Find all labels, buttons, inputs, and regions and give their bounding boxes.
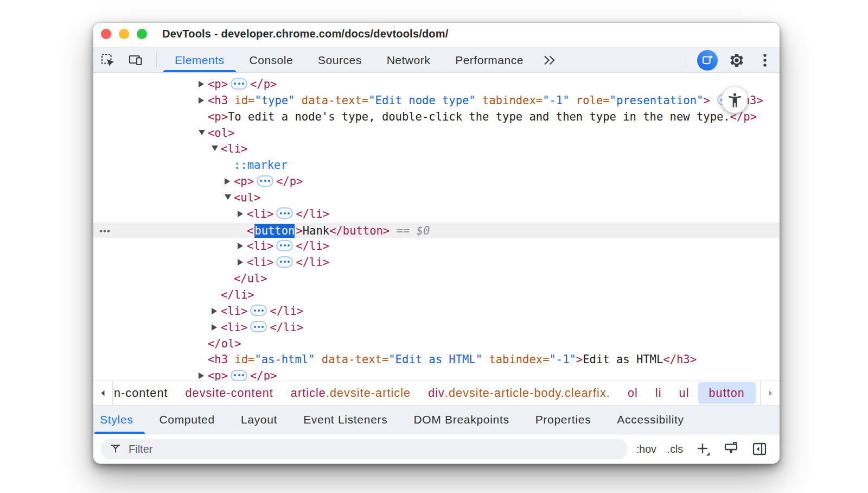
collapsed-arrow-icon[interactable] (199, 77, 208, 93)
tab-performance[interactable]: Performance (443, 48, 536, 72)
collapsed-arrow-icon[interactable] (238, 206, 247, 223)
inline-expand-ellipsis-icon[interactable] (257, 175, 273, 187)
collapsed-arrow-icon[interactable] (238, 255, 247, 271)
toolbar-right (686, 50, 780, 71)
dom-tree-row[interactable]: <p>To edit a node's type, double-click t… (93, 109, 780, 125)
row-overflow-dots-icon[interactable]: ••• (99, 223, 111, 239)
dom-tree-row[interactable]: <li> (93, 141, 780, 157)
panel-tab-computed[interactable]: Computed (146, 406, 228, 434)
tab-sources[interactable]: Sources (305, 48, 374, 72)
minimize-button[interactable] (119, 29, 129, 39)
inline-expand-ellipsis-icon[interactable] (250, 321, 267, 332)
expanded-arrow-icon[interactable] (225, 190, 234, 206)
dom-tree-row[interactable]: </ul> (93, 271, 780, 287)
dom-tree-row[interactable]: <li></li> (93, 320, 780, 336)
kebab-menu-icon[interactable] (756, 51, 774, 69)
settings-gear-icon[interactable] (727, 51, 746, 69)
dom-tree-row[interactable]: <p></p> (93, 77, 780, 93)
filter-funnel-icon (109, 443, 122, 456)
zoom-button[interactable] (137, 29, 147, 39)
dom-tree-row[interactable]: <ul> (93, 190, 780, 206)
rendering-brush-icon[interactable] (723, 441, 739, 457)
panel-tabs: StylesComputedLayoutEvent ListenersDOM B… (93, 405, 780, 434)
dom-tree-row[interactable]: <li></li> (93, 238, 780, 255)
dom-tree-row[interactable]: <p></p> (93, 368, 780, 381)
more-tabs-chevron-icon[interactable] (540, 54, 558, 67)
filter-bar-right: :hov .cls (636, 441, 768, 457)
panel-tab-dom-breakpoints[interactable]: DOM Breakpoints (400, 406, 522, 434)
dom-tree-row[interactable]: •••<button>Hank</button> == $0 (93, 223, 780, 239)
dom-tree-row[interactable]: <li></li> (93, 255, 780, 271)
breadcrumb-item-button[interactable]: button (698, 382, 756, 404)
collapsed-arrow-icon[interactable] (225, 174, 234, 190)
tag-name-edit-box[interactable]: button (253, 223, 296, 240)
breadcrumb-scroll-left-icon[interactable] (93, 381, 113, 405)
panel-tab-accessibility[interactable]: Accessibility (604, 406, 697, 434)
expanded-arrow-icon[interactable] (199, 125, 208, 142)
collapsed-arrow-icon[interactable] (199, 368, 208, 381)
breadcrumb-bar: n-contentdevsite-contentarticle.devsite-… (93, 381, 780, 405)
breadcrumb-item-n-content[interactable]: n-content (113, 382, 177, 404)
toggle-sidebar-icon[interactable] (751, 441, 768, 457)
dom-tree-row[interactable]: ::marker (93, 157, 780, 174)
toolbar-tabs: ElementsConsoleSourcesNetworkPerformance (162, 48, 536, 72)
breadcrumb-item-article[interactable]: article.devsite-article (282, 382, 419, 404)
dom-tree: <p></p><h3 id="type" data-text="Edit nod… (93, 73, 780, 381)
toggle-class-button[interactable]: .cls (667, 443, 683, 456)
ai-assistance-icon[interactable] (697, 50, 718, 71)
dom-tree-row[interactable]: <li></li> (93, 206, 780, 223)
expanded-arrow-icon[interactable] (212, 141, 221, 157)
dom-tree-row[interactable]: <h3 id="type" data-text="Edit node type"… (93, 93, 780, 109)
device-toolbar-icon[interactable] (127, 51, 145, 69)
title-bar: DevTools - developer.chrome.com/docs/dev… (93, 23, 780, 48)
tab-network[interactable]: Network (374, 48, 443, 72)
dom-tree-row[interactable]: <ol> (93, 125, 780, 142)
panel-tab-layout[interactable]: Layout (228, 406, 290, 434)
breadcrumb-item-ol[interactable]: ol (619, 382, 647, 404)
tab-elements[interactable]: Elements (162, 48, 237, 72)
collapsed-arrow-icon[interactable] (212, 320, 221, 336)
new-style-rule-icon[interactable] (695, 441, 711, 457)
breadcrumb-item-devsite-content[interactable]: devsite-content (177, 382, 282, 404)
window-title: DevTools - developer.chrome.com/docs/dev… (162, 28, 449, 40)
breadcrumb-item-ul[interactable]: ul (671, 382, 698, 404)
toolbar-separator (156, 53, 157, 67)
breadcrumb-item-div[interactable]: div.devsite-article-body.clearfix. (419, 382, 619, 404)
panel-tab-properties[interactable]: Properties (522, 406, 604, 434)
panel-tab-event-listeners[interactable]: Event Listeners (290, 406, 400, 434)
tab-console[interactable]: Console (237, 48, 306, 72)
panel-tab-styles[interactable]: Styles (93, 406, 146, 434)
collapsed-arrow-icon[interactable] (212, 304, 221, 320)
inline-expand-ellipsis-icon[interactable] (231, 370, 247, 381)
inline-expand-ellipsis-icon[interactable] (231, 78, 247, 90)
inline-expand-ellipsis-icon[interactable] (250, 305, 267, 316)
accessibility-icon[interactable] (722, 87, 748, 113)
dom-tree-row[interactable]: <h3 id="as-html" data-text="Edit as HTML… (93, 352, 780, 368)
traffic-lights (101, 29, 147, 39)
breadcrumb-scroll-right-icon[interactable] (760, 381, 780, 405)
close-button[interactable] (101, 29, 111, 39)
collapsed-arrow-icon[interactable] (199, 93, 208, 109)
collapsed-arrow-icon[interactable] (238, 238, 247, 255)
toggle-hover-state-button[interactable]: :hov (636, 443, 656, 456)
breadcrumb: n-contentdevsite-contentarticle.devsite-… (113, 381, 756, 405)
inline-expand-ellipsis-icon[interactable] (276, 256, 293, 268)
inline-expand-ellipsis-icon[interactable] (276, 240, 293, 251)
inline-expand-ellipsis-icon[interactable] (276, 207, 293, 219)
styles-filter-bar: :hov .cls (93, 434, 780, 464)
filter-input[interactable] (129, 443, 595, 456)
toolbar-right-separator (686, 53, 686, 67)
breadcrumb-item-li[interactable]: li (647, 382, 671, 404)
dom-tree-row[interactable]: </li> (93, 287, 780, 304)
inspect-icon[interactable] (99, 51, 117, 69)
devtools-toolbar: ElementsConsoleSourcesNetworkPerformance (93, 48, 780, 73)
dom-tree-row[interactable]: </ol> (93, 336, 780, 352)
dom-tree-row[interactable]: <li></li> (93, 304, 780, 320)
devtools-window: DevTools - developer.chrome.com/docs/dev… (93, 23, 780, 464)
filter-input-wrap (100, 439, 628, 459)
dom-tree-row[interactable]: <p></p> (93, 174, 780, 190)
